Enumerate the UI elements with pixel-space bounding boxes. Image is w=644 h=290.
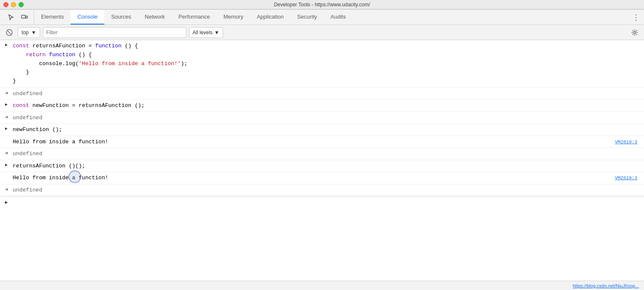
expand-arrow-3[interactable]: ▶ (0, 101, 13, 107)
window-title: Developer Tools - https://www.udacity.co… (274, 2, 370, 8)
result-arrow-7: ◀ (0, 149, 13, 156)
svg-line-3 (8, 31, 11, 34)
context-value: top (22, 30, 29, 36)
console-input[interactable] (13, 199, 644, 205)
console-settings-button[interactable] (629, 27, 641, 38)
code-block-3: const newFunction = returnsAFunction (); (13, 101, 644, 111)
tab-sources[interactable]: Sources (104, 10, 138, 25)
filter-input[interactable] (43, 27, 186, 38)
console-row-9: Hello from inside a function! VM2619:3 (0, 172, 644, 184)
status-url[interactable]: https://blog.csdn.net/NiuJl/oop... (573, 283, 639, 288)
result-arrow-10: ◀ (0, 185, 13, 192)
result-content-4: undefined (13, 113, 644, 123)
console-row-4: ◀ undefined (0, 112, 644, 124)
code-block-1: const returnsAFunction = function () { r… (13, 41, 644, 87)
context-selector[interactable]: top ▼ (18, 27, 40, 38)
console-row-1: ▶ const returnsAFunction = function () {… (0, 40, 644, 88)
console-row-10: ◀ undefined (0, 184, 644, 197)
console-output: ▶ const returnsAFunction = function () {… (0, 40, 644, 281)
output-content-6: Hello from inside a function! (13, 137, 611, 147)
maximize-button[interactable] (19, 2, 24, 7)
status-bar: https://blog.csdn.net/NiuJl/oop... (0, 281, 644, 290)
svg-rect-1 (26, 16, 27, 18)
console-row-6: Hello from inside a function! VM2619:3 (0, 136, 644, 148)
tab-network[interactable]: Network (138, 10, 172, 25)
tab-security[interactable]: Security (290, 10, 324, 25)
levels-selector[interactable]: All levels ▼ (189, 27, 223, 38)
tab-audits[interactable]: Audits (324, 10, 352, 25)
code-block-8: returnsAFunction ()(); (13, 161, 644, 171)
clear-console-button[interactable] (3, 27, 15, 38)
console-row-8: ▶ returnsAFunction ()(); (0, 160, 644, 172)
tab-bar: Elements Console Sources Network Perform… (0, 10, 644, 25)
devtools-panel: Elements Console Sources Network Perform… (0, 9, 644, 281)
result-content-2: undefined (13, 89, 644, 99)
tab-elements[interactable]: Elements (34, 10, 71, 25)
source-link-9[interactable]: VM2619:3 (611, 174, 644, 182)
expand-arrow-1[interactable]: ▶ (0, 41, 13, 47)
input-prompt-arrow: ▶ (0, 200, 13, 205)
expand-arrow-5[interactable]: ▶ (0, 125, 13, 131)
minimize-button[interactable] (11, 2, 16, 7)
context-dropdown-icon: ▼ (31, 30, 36, 36)
tab-application[interactable]: Application (250, 10, 291, 25)
titlebar: Developer Tools - https://www.udacity.co… (0, 0, 644, 9)
svg-rect-0 (22, 15, 25, 18)
expand-arrow-8[interactable]: ▶ (0, 161, 13, 167)
levels-value: All levels (193, 30, 213, 36)
console-toolbar: top ▼ All levels ▼ (0, 25, 644, 40)
console-input-row: ▶ (0, 196, 644, 208)
console-row-2: ◀ undefined (0, 88, 644, 100)
console-row-3: ▶ const newFunction = returnsAFunction (… (0, 100, 644, 112)
tab-console[interactable]: Console (71, 10, 104, 25)
source-link-6[interactable]: VM2619:3 (611, 138, 644, 146)
levels-dropdown-icon: ▼ (214, 30, 219, 36)
result-arrow-2: ◀ (0, 89, 13, 96)
tab-memory[interactable]: Memory (217, 10, 250, 25)
more-tabs-button[interactable]: ⋮ (628, 10, 644, 25)
tab-performance[interactable]: Performance (172, 10, 216, 25)
result-arrow-4: ◀ (0, 113, 13, 120)
console-row-5: ▶ newFunction (); (0, 124, 644, 136)
result-content-10: undefined (13, 185, 644, 195)
tab-icon-group (2, 10, 34, 25)
tab-spacer (352, 10, 628, 25)
output-content-9: Hello from inside a function! (13, 173, 611, 183)
device-toggle-icon[interactable] (19, 11, 30, 23)
close-button[interactable] (3, 2, 8, 7)
code-block-5: newFunction (); (13, 125, 644, 135)
spacer-arrow-6 (0, 137, 13, 138)
result-content-7: undefined (13, 149, 644, 159)
spacer-arrow-9 (0, 173, 13, 174)
traffic-lights (3, 2, 24, 7)
console-row-7: ◀ undefined (0, 148, 644, 160)
svg-point-4 (634, 31, 636, 33)
cursor-icon[interactable] (5, 11, 17, 23)
